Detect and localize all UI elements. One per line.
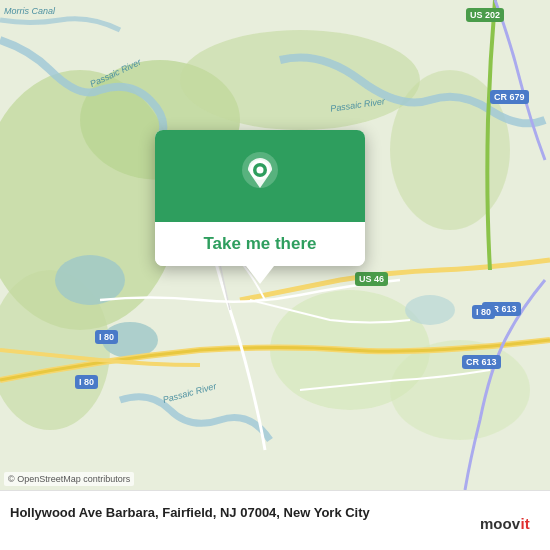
svg-point-15: [257, 167, 264, 174]
moovit-brand: moov it: [480, 509, 540, 537]
svg-point-3: [180, 30, 420, 130]
highway-badge-i80-right: I 80: [472, 305, 495, 319]
location-popup: Take me there: [155, 130, 365, 266]
highway-badge-us202: US 202: [466, 8, 504, 22]
svg-text:it: it: [521, 515, 530, 532]
highway-badge-i80-left: I 80: [75, 375, 98, 389]
svg-point-10: [405, 295, 455, 325]
svg-text:moov: moov: [480, 515, 521, 532]
popup-tail: [246, 266, 274, 284]
osm-attribution: © OpenStreetMap contributors: [4, 472, 134, 486]
svg-point-6: [390, 340, 530, 440]
highway-badge-i80-mid: I 80: [95, 330, 118, 344]
take-me-there-button[interactable]: Take me there: [155, 222, 365, 266]
highway-badge-cr679: CR 679: [490, 90, 529, 104]
highway-badge-cr613-mid: CR 613: [462, 355, 501, 369]
location-pin-icon: [238, 148, 282, 202]
bottom-bar: Hollywood Ave Barbara, Fairfield, NJ 070…: [0, 490, 550, 550]
popup-green-header: [155, 130, 365, 222]
highway-badge-us46: US 46: [355, 272, 388, 286]
address-text: Hollywood Ave Barbara, Fairfield, NJ 070…: [10, 505, 370, 520]
svg-point-8: [55, 255, 125, 305]
map-view: US 202 CR 679 US 46 CR 613 CR 613 I 80 I…: [0, 0, 550, 490]
water-label-morris-canal: Morris Canal: [4, 6, 55, 16]
